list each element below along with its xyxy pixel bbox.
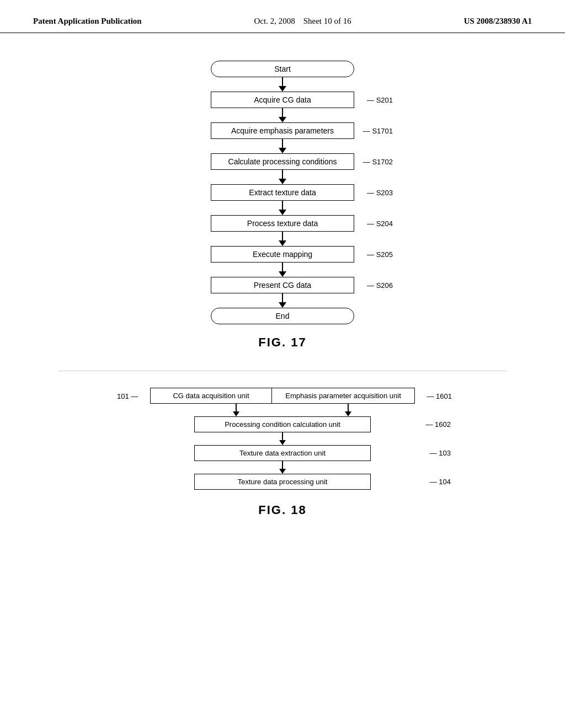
- fig18-103-box: Texture data extraction unit: [194, 445, 371, 461]
- fig18-1601-label: — 1601: [427, 392, 452, 400]
- publication-title: Patent Application Publication: [33, 15, 142, 27]
- step-end: End: [211, 308, 354, 324]
- fig17-flowchart: Start Acquire CG data S201 Acquire empha…: [211, 61, 354, 360]
- arrow-1: [279, 77, 286, 92]
- fig18-103-label: 103: [430, 449, 451, 457]
- arrow-5: [279, 201, 286, 215]
- s203-label: S203: [367, 189, 393, 197]
- s206-label: S206: [367, 281, 393, 290]
- s204-label: S204: [367, 220, 393, 228]
- s1701-label: S1701: [363, 127, 393, 135]
- s206-box: Present CG data: [211, 277, 354, 293]
- step-s203: Extract texture data S203: [211, 184, 354, 201]
- fig18-diagram: 101 — CG data acquisition unit Emphasis …: [117, 388, 448, 527]
- start-node: Start: [211, 61, 354, 77]
- step-s1701: Acquire emphasis parameters S1701: [211, 122, 354, 139]
- s205-label: S205: [367, 250, 393, 259]
- s201-box: Acquire CG data: [211, 92, 354, 108]
- patent-number: US 2008/238930 A1: [464, 15, 532, 27]
- page-header: Patent Application Publication Oct. 2, 2…: [0, 0, 565, 33]
- fig18-emphasis-box: Emphasis parameter acquisition unit — 16…: [271, 388, 415, 404]
- fig18-1602-box: Processing condition calculation unit: [194, 416, 371, 432]
- fig18-1602-label: 1602: [425, 420, 451, 429]
- s1701-box: Acquire emphasis parameters: [211, 122, 354, 139]
- s203-box: Extract texture data: [211, 184, 354, 201]
- publication-date-sheet: Oct. 2, 2008 Sheet 10 of 16: [254, 15, 351, 27]
- arrow-2: [279, 108, 286, 122]
- fig18-104-label: 104: [430, 478, 451, 486]
- fig18-arrow-left: [233, 404, 239, 416]
- arrow-7: [279, 263, 286, 277]
- step-s205: Execute mapping S205: [211, 246, 354, 263]
- fig18-label: FIG. 18: [258, 503, 306, 517]
- s204-box: Process texture data: [211, 215, 354, 232]
- s205-box: Execute mapping: [211, 246, 354, 263]
- fig18-arrow-3: [279, 461, 286, 474]
- fig18-104-box: Texture data processing unit: [194, 474, 371, 490]
- step-start: Start: [211, 61, 354, 77]
- s1702-box: Calculate processing conditions: [211, 153, 354, 170]
- s1702-label: S1702: [363, 158, 393, 166]
- fig18-arrow-2: [279, 432, 286, 445]
- step-s204: Process texture data S204: [211, 215, 354, 232]
- fig18-arrows-row: [150, 404, 415, 416]
- step-s1702: Calculate processing conditions S1702: [211, 153, 354, 170]
- step-s201: Acquire CG data S201: [211, 92, 354, 108]
- fig18-cg-box: CG data acquisition unit: [150, 388, 271, 404]
- end-node: End: [211, 308, 354, 324]
- fig18-row-104: Texture data processing unit 104: [150, 474, 415, 490]
- fig18-row-103: Texture data extraction unit 103: [150, 445, 415, 461]
- arrow-4: [279, 170, 286, 184]
- s201-label: S201: [367, 96, 393, 104]
- fig18-101-label: 101 —: [117, 392, 138, 400]
- arrow-3: [279, 139, 286, 153]
- fig17-label: FIG. 17: [258, 335, 306, 350]
- fig18-top-row: 101 — CG data acquisition unit Emphasis …: [150, 388, 415, 404]
- arrow-8: [279, 293, 286, 308]
- arrow-6: [279, 232, 286, 246]
- fig18-arrow-right: [345, 404, 351, 416]
- section-divider: [58, 371, 507, 371]
- fig18-row-1602: Processing condition calculation unit 16…: [150, 416, 415, 432]
- main-content: Start Acquire CG data S201 Acquire empha…: [0, 33, 565, 538]
- step-s206: Present CG data S206: [211, 277, 354, 293]
